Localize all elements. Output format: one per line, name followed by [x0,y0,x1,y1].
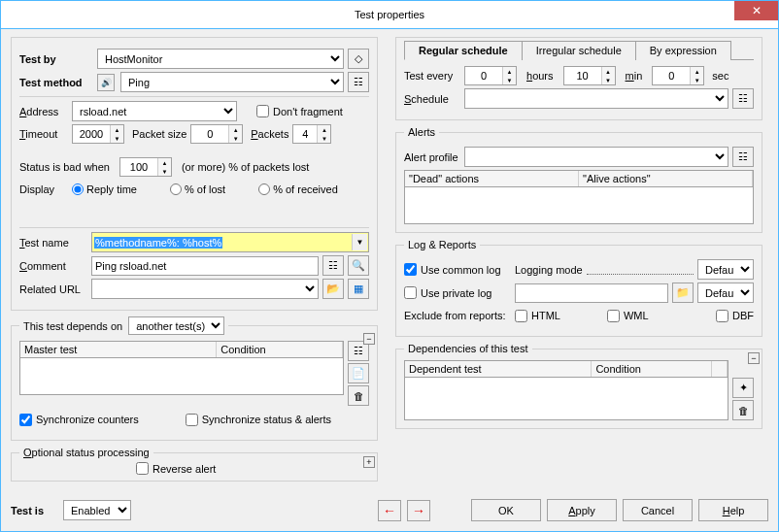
packet-size-spin[interactable]: ▲▼ [190,124,243,144]
dependencies-table-header: Dependent test Condition [404,360,728,378]
dep-condition-header: Condition [592,361,712,377]
secs-label: sec [712,70,728,82]
packets-spin[interactable]: ▲▼ [292,124,331,144]
related-url-label: Related URL [19,283,87,295]
depends-collapse-button[interactable]: − [363,333,375,345]
dependencies-collapse-button[interactable]: − [748,352,760,364]
packet-size-label: Packet size [132,128,186,140]
tab-irregular[interactable]: Irregular schedule [522,41,636,60]
test-name-select[interactable]: %methodname%: %host% ▼ [91,232,369,252]
address-select[interactable]: rsload.net [72,101,237,121]
exclude-wml-checkbox[interactable]: WML [607,310,649,322]
status-bad-spin[interactable]: ▲▼ [119,157,172,177]
test-is-select[interactable]: Enabled [63,500,131,520]
comment-edit-button[interactable]: ☷ [322,255,344,276]
log-legend: Log & Reports [404,239,480,250]
optional-status-group: Optional status processing + Reverse ale… [11,447,378,482]
prev-button[interactable]: ← [378,500,401,521]
dependencies-table-body[interactable] [404,378,728,420]
use-private-log-checkbox[interactable]: Use private log [404,286,511,299]
exclude-label: Exclude from reports: [404,310,511,321]
exclude-dbf-checkbox[interactable]: DBF [716,310,754,322]
depends-new-button[interactable]: 📄 [348,363,369,383]
help-button[interactable]: Help [698,499,768,521]
alerts-group: Alerts Alert profile ☷ "Dead" actions "A… [395,126,762,233]
optional-expand-button[interactable]: + [363,456,375,468]
status-bad-label: Status is bad when [19,161,110,173]
schedule-group: Regular schedule Irregular schedule By e… [395,37,762,120]
depends-table-body[interactable] [19,358,344,395]
test-method-select[interactable]: Ping [120,72,344,92]
deps-delete-button[interactable]: 🗑 [732,400,754,420]
depends-group: This test depends on another test(s) − M… [11,316,378,441]
test-by-clear-button[interactable]: ◇ [348,49,369,69]
close-button[interactable]: ✕ [734,0,779,20]
speaker-icon[interactable]: 🔊 [97,74,115,91]
sync-status-checkbox[interactable]: Synchronize status & alerts [186,414,331,426]
use-common-log-checkbox[interactable]: Use common log [404,263,511,276]
related-url-open-button[interactable]: 📂 [322,279,344,299]
test-method-options-button[interactable]: ☷ [348,72,369,92]
depends-table-header: Master test Condition [19,341,344,358]
alert-profile-edit-button[interactable]: ☷ [732,147,754,167]
status-bad-suffix: (or more) % of packets lost [182,161,309,173]
comment-input[interactable] [91,256,319,276]
timeout-spin[interactable]: ▲▼ [72,124,124,144]
comment-zoom-button[interactable]: 🔍 [348,255,369,276]
test-every-label: Test every [404,70,460,82]
secs-spin[interactable]: ▲▼ [652,66,704,85]
cancel-button[interactable]: Cancel [623,499,693,521]
ok-button[interactable]: OK [471,499,541,521]
schedule-tabs: Regular schedule Irregular schedule By e… [404,40,754,60]
titlebar: Test properties ✕ [0,0,779,29]
depends-delete-button[interactable]: 🗑 [348,385,369,406]
alive-actions-header: "Alive actions" [579,171,753,186]
dead-actions-header: "Dead" actions [405,171,579,186]
alert-profile-label: Alert profile [404,151,460,163]
related-url-select[interactable] [91,279,319,299]
depends-select[interactable]: another test(s) [128,316,224,335]
related-url-browse-button[interactable]: ▦ [348,279,369,299]
private-log-input[interactable] [515,283,668,303]
alert-profile-select[interactable] [464,147,728,167]
depends-legend: This test depends on another test(s) [19,316,228,335]
sync-counters-checkbox[interactable]: Synchronize counters [19,414,139,426]
window-title: Test properties [355,9,424,20]
display-reply-radio[interactable]: Reply time [72,183,137,195]
hours-label: hours [526,70,554,82]
alerts-table-body[interactable] [404,187,754,224]
tab-expression[interactable]: By expression [635,41,731,60]
schedule-edit-button[interactable]: ☷ [732,88,754,109]
alerts-table-header: "Dead" actions "Alive actions" [404,170,754,187]
tab-regular[interactable]: Regular schedule [404,41,523,60]
dont-fragment-checkbox[interactable]: Don't fragment [256,105,343,117]
timeout-label: Timeout [19,128,68,140]
test-by-select[interactable]: HostMonitor [97,49,344,69]
display-label: Display [19,183,68,195]
exclude-html-checkbox[interactable]: HTML [515,310,560,322]
log-reports-group: Log & Reports Use common log Logging mod… [395,239,762,337]
address-label: Address [19,106,68,117]
deps-tool-button[interactable]: ✦ [732,378,754,398]
schedule-select[interactable] [464,88,728,109]
test-is-label: Test is [11,505,57,516]
comment-label: Comment [19,260,87,272]
logging-mode-label: Logging mode [515,264,583,276]
mins-spin[interactable]: ▲▼ [563,66,616,85]
packets-label: Packets [251,128,288,140]
alerts-legend: Alerts [404,126,439,138]
logging-mode-2-select[interactable]: Default [697,283,754,303]
optional-status-legend: Optional status processing [19,447,153,458]
reverse-alert-checkbox[interactable]: Reverse alert [136,462,216,475]
dependencies-group: Dependencies of this test − Dependent te… [395,343,762,429]
test-main-group: Test by HostMonitor ◇ Test method 🔊 Ping… [11,37,378,311]
display-received-radio[interactable]: % of received [258,183,338,195]
hours-spin[interactable]: ▲▼ [464,66,517,85]
private-log-browse-button[interactable]: 📁 [672,283,694,303]
test-name-label: Test name [19,237,87,249]
next-button[interactable]: → [407,500,430,521]
apply-button[interactable]: Apply [547,499,617,521]
logging-mode-1-select[interactable]: Default [697,259,754,280]
display-lost-radio[interactable]: % of lost [170,183,225,195]
schedule-label: Schedule [404,93,460,105]
